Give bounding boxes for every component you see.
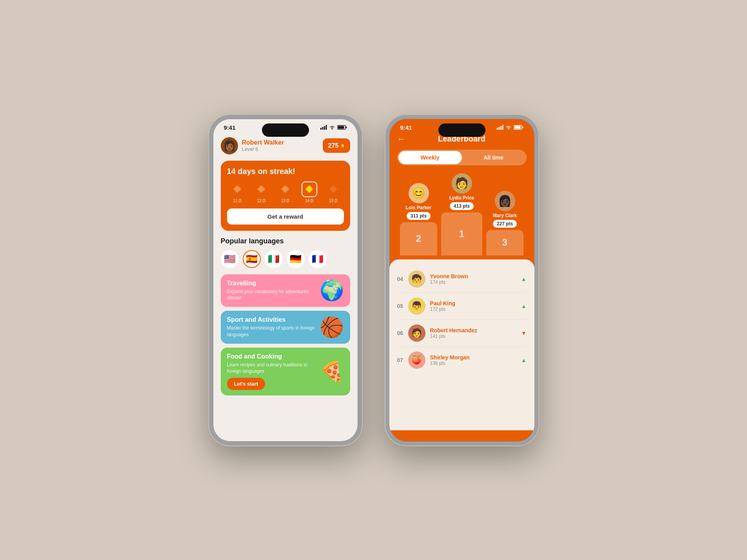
lb-rank-6: 06 (397, 330, 408, 336)
day-label-14: 14 D (305, 199, 313, 203)
podium-block-3: 3 (486, 230, 523, 256)
status-icons-1 (320, 125, 347, 130)
lb-pts-6: 141 pts (430, 333, 521, 339)
food-title: Food and Cooking (227, 353, 320, 360)
lb-avatar-7: 🍑 (408, 352, 425, 369)
svg-rect-9 (498, 127, 500, 130)
day-gem-12 (253, 181, 269, 197)
gem-shape-13 (282, 185, 289, 193)
travelling-desc: Expand your vocabulary for adventures ab… (227, 288, 320, 302)
lets-start-button[interactable]: Let's start (227, 378, 265, 390)
user-info: 👩🏾 Robert Walker Level 6 (221, 137, 284, 154)
tab-switcher: Weekly All time (397, 150, 527, 165)
user-level: Level 6 (242, 146, 284, 152)
gems-badge[interactable]: 275 ♦ (323, 138, 350, 153)
phone-2: 9:41 ← Leaderboard Weekly All time 😊 Loi… (385, 115, 538, 446)
streak-card: 14 days on streak! 11 D 12 D 13 D 14 D (221, 161, 350, 231)
podium-person-1: 🧑 Lydia Price 413 pts 1 (441, 173, 482, 256)
category-food[interactable]: Food and Cooking Learn recipes and culin… (221, 348, 350, 396)
svg-rect-7 (346, 127, 347, 128)
day-label-13: 13 D (281, 199, 289, 203)
day-gem-14 (302, 181, 317, 197)
lb-trend-5: ▲ (521, 303, 527, 309)
phone2-content: ← Leaderboard Weekly All time 😊 Lois Par… (389, 131, 534, 430)
lb-row-4: 04 🧒 Yvonne Brown 174 pts ▲ (397, 266, 527, 293)
sport-text: Sport and Activities Master the terminol… (227, 316, 320, 338)
podium-pts-3: 227 pts (493, 220, 517, 228)
lb-avatar-5: 👦 (408, 297, 425, 315)
svg-rect-11 (502, 125, 503, 130)
back-button[interactable]: ← (397, 134, 406, 144)
day-gem-15 (325, 181, 341, 197)
svg-rect-6 (338, 126, 344, 129)
user-avatar: 👩🏾 (221, 137, 238, 154)
day-item-15: 15 D (323, 181, 344, 203)
travelling-title: Travelling (227, 280, 320, 287)
lb-rank-4: 04 (397, 276, 408, 282)
travelling-text: Travelling Expand your vocabulary for ad… (227, 280, 320, 302)
lb-pts-5: 172 pts (430, 306, 521, 312)
dynamic-island-1 (262, 123, 309, 137)
lb-info-7: Shirley Morgan 136 pts (430, 354, 521, 366)
flag-fr[interactable]: 🇫🇷 (309, 250, 327, 268)
lb-trend-4: ▲ (521, 276, 527, 282)
svg-rect-0 (320, 128, 322, 130)
svg-rect-8 (497, 128, 498, 130)
food-desc: Learn recipes and culinary traditions in… (227, 362, 320, 375)
signal-icon (320, 125, 327, 130)
gem-shape-12 (257, 185, 265, 193)
svg-rect-10 (500, 126, 502, 130)
lb-trend-6: ▼ (521, 330, 527, 336)
streak-days: 11 D 12 D 13 D 14 D 15 D (227, 181, 344, 203)
status-icons-2 (497, 125, 523, 130)
category-travelling[interactable]: Travelling Expand your vocabulary for ad… (221, 274, 350, 307)
leaderboard-list: 04 🧒 Yvonne Brown 174 pts ▲ 05 👦 Paul Ki… (389, 259, 534, 430)
day-item-14: 14 D (299, 181, 320, 203)
lb-row-6: 06 🧑 Robert Hernandez 141 pts ▼ (397, 320, 527, 347)
flag-it[interactable]: 🇮🇹 (265, 250, 283, 268)
tab-weekly[interactable]: Weekly (398, 151, 462, 164)
podium-name-2: Lois Parker (406, 205, 431, 210)
language-flags: 🇺🇸 🇪🇸 🇮🇹 🇩🇪 🇫🇷 (221, 250, 350, 268)
svg-rect-14 (514, 126, 520, 129)
phone-1: 9:41 👩🏾 Robert Walker Level 6 275 ♦ (209, 115, 362, 446)
lb-avatar-6: 🧑 (408, 324, 425, 342)
lb-avatar-4: 🧒 (408, 270, 425, 288)
svg-rect-2 (324, 126, 325, 130)
lb-info-5: Paul King 172 pts (430, 300, 521, 312)
flag-es[interactable]: 🇪🇸 (243, 250, 261, 268)
svg-rect-3 (325, 125, 327, 130)
gem-shape-15 (329, 185, 337, 193)
day-item-13: 13 D (275, 181, 296, 203)
podium-block-2: 2 (400, 222, 437, 256)
svg-point-12 (508, 129, 509, 130)
reward-button[interactable]: Get a reward (227, 208, 344, 225)
lb-name-6: Robert Hernandez (430, 327, 521, 333)
lb-name-4: Yvonne Brown (430, 273, 521, 279)
streak-title: 14 days on streak! (227, 167, 344, 176)
user-text: Robert Walker Level 6 (242, 139, 284, 152)
podium-block-1: 1 (441, 212, 482, 256)
podium-person-2: 😊 Lois Parker 311 pts 2 (400, 183, 437, 256)
svg-rect-1 (322, 127, 323, 130)
lb-pts-7: 136 pts (430, 361, 521, 366)
flag-de[interactable]: 🇩🇪 (287, 250, 305, 268)
category-sport[interactable]: Sport and Activities Master the terminol… (221, 311, 350, 344)
wifi-icon-2 (505, 125, 512, 130)
lb-row-5: 05 👦 Paul King 172 pts ▲ (397, 293, 527, 320)
phone1-content: 👩🏾 Robert Walker Level 6 275 ♦ 14 days o… (213, 131, 358, 430)
sport-desc: Master the terminology of sports in fore… (227, 325, 320, 338)
gem-shape-11 (233, 185, 241, 193)
signal-icon-2 (497, 125, 503, 130)
tab-all-time[interactable]: All time (462, 151, 525, 164)
battery-icon-2 (514, 125, 523, 130)
day-gem-11 (229, 181, 245, 197)
lb-rank-7: 07 (397, 357, 408, 363)
lb-row-7: 07 🍑 Shirley Morgan 136 pts ▲ (397, 347, 527, 373)
popular-languages-title: Popular languages (221, 237, 350, 245)
podium-name-1: Lydia Price (449, 195, 474, 201)
sport-emoji: 🏀 (320, 317, 344, 337)
gems-count: 275 (328, 142, 339, 149)
lb-trend-7: ▲ (521, 357, 527, 363)
flag-us[interactable]: 🇺🇸 (221, 250, 239, 268)
